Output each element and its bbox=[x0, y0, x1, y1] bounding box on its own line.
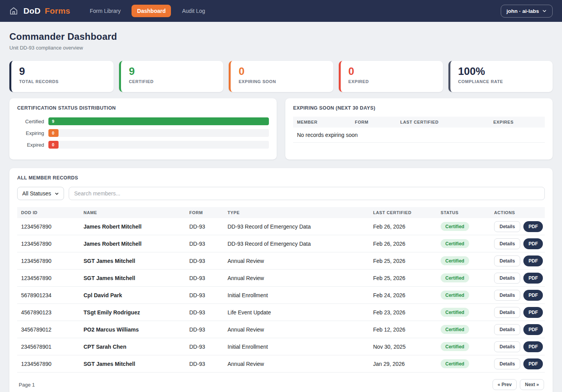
column-header-status: STATUS bbox=[437, 207, 490, 218]
stat-card-compliance-rate: 100% COMPLIANCE RATE bbox=[448, 61, 553, 92]
pdf-button[interactable]: PDF bbox=[523, 341, 543, 352]
stat-card-expired: 0 EXPIRED bbox=[339, 61, 443, 92]
form-cell: DD-93 bbox=[185, 305, 224, 319]
form-cell: DD-93 bbox=[185, 323, 224, 337]
actions-cell: DetailsPDF bbox=[490, 236, 547, 252]
details-button[interactable]: Details bbox=[494, 358, 520, 369]
bar-row-certified: Certified 9 bbox=[17, 117, 269, 125]
bar-fill: 0 bbox=[48, 129, 59, 137]
top-navbar: DoD Forms Form Library Dashboard Audit L… bbox=[0, 0, 562, 22]
type-cell: Annual Review bbox=[224, 254, 369, 268]
last-certified-cell: Feb 12, 2026 bbox=[369, 323, 437, 337]
pdf-button[interactable]: PDF bbox=[523, 307, 543, 318]
user-menu-label: john · ai-labs bbox=[507, 8, 539, 14]
nav-form-library[interactable]: Form Library bbox=[86, 5, 124, 17]
type-cell: Annual Review bbox=[224, 357, 369, 371]
details-button[interactable]: Details bbox=[494, 221, 520, 232]
distribution-bars: Certified 9 Expiring 0 Expired 0 bbox=[17, 117, 269, 149]
pdf-button[interactable]: PDF bbox=[523, 255, 543, 266]
bar-label: Certified bbox=[17, 119, 48, 124]
status-badge: Certified bbox=[441, 308, 469, 317]
stat-label: CERTIFIED bbox=[129, 79, 215, 84]
stat-value: 9 bbox=[129, 66, 215, 78]
certification-distribution-panel: CERTIFICATION STATUS DISTRIBUTION Certif… bbox=[9, 98, 277, 160]
status-cell: Certified bbox=[437, 338, 490, 355]
details-button[interactable]: Details bbox=[494, 273, 520, 284]
bar-row-expiring: Expiring 0 bbox=[17, 129, 269, 137]
status-filter-select[interactable]: All Statuses bbox=[17, 187, 64, 200]
form-cell: DD-93 bbox=[185, 288, 224, 302]
stat-value: 9 bbox=[19, 66, 106, 78]
name-cell: PO2 Marcus Williams bbox=[80, 323, 185, 337]
stat-value: 100% bbox=[458, 66, 545, 78]
name-cell: Cpl David Park bbox=[80, 288, 185, 302]
actions-cell: DetailsPDF bbox=[490, 321, 547, 338]
search-input[interactable] bbox=[69, 187, 545, 200]
pdf-button[interactable]: PDF bbox=[523, 358, 543, 369]
details-button[interactable]: Details bbox=[494, 290, 520, 301]
name-cell: SGT James Mitchell bbox=[80, 357, 185, 371]
last-certified-cell: Feb 25, 2026 bbox=[369, 254, 437, 268]
details-button[interactable]: Details bbox=[494, 341, 520, 352]
records-table-header: DOD ID NAME FORM TYPE LAST CERTIFIED STA… bbox=[17, 207, 545, 218]
pdf-button[interactable]: PDF bbox=[523, 324, 543, 335]
status-badge: Certified bbox=[441, 273, 469, 282]
actions-cell: DetailsPDF bbox=[490, 253, 547, 269]
actions-cell: DetailsPDF bbox=[490, 339, 547, 355]
bar-label: Expired bbox=[17, 142, 48, 148]
nav-dashboard[interactable]: Dashboard bbox=[132, 5, 171, 17]
nav-audit-log[interactable]: Audit Log bbox=[178, 5, 209, 17]
dod-id-cell: 1234567890 bbox=[17, 220, 80, 234]
records-title: ALL MEMBER RECORDS bbox=[17, 175, 545, 181]
details-button[interactable]: Details bbox=[494, 324, 520, 335]
column-header-dod-id: DOD ID bbox=[17, 207, 80, 218]
column-header-name: NAME bbox=[80, 207, 185, 218]
column-header-form: FORM bbox=[351, 117, 396, 128]
status-cell: Certified bbox=[437, 355, 490, 372]
actions-cell: DetailsPDF bbox=[490, 287, 547, 303]
brand-dod: DoD bbox=[23, 6, 41, 15]
stat-card-total-records: 9 TOTAL RECORDS bbox=[9, 61, 114, 92]
pdf-button[interactable]: PDF bbox=[523, 273, 543, 284]
last-certified-cell: Feb 26, 2026 bbox=[369, 237, 437, 251]
home-icon[interactable] bbox=[9, 7, 18, 15]
details-button[interactable]: Details bbox=[494, 255, 520, 266]
pdf-button[interactable]: PDF bbox=[523, 221, 543, 232]
type-cell: DD-93 Record of Emergency Data bbox=[224, 237, 369, 251]
details-button[interactable]: Details bbox=[494, 238, 520, 249]
actions-cell: DetailsPDF bbox=[490, 270, 547, 286]
pdf-button[interactable]: PDF bbox=[523, 238, 543, 249]
chevron-down-icon bbox=[542, 9, 547, 13]
next-page-button[interactable]: Next » bbox=[520, 379, 544, 390]
table-row: 1234567890SGT James MitchellDD-93Annual … bbox=[17, 252, 545, 270]
form-cell: DD-93 bbox=[185, 220, 224, 234]
column-header-form: FORM bbox=[185, 207, 224, 218]
dod-id-cell: 1234567890 bbox=[17, 357, 80, 371]
status-cell: Certified bbox=[437, 270, 490, 286]
table-row: 1234567890SGT James MitchellDD-93Annual … bbox=[17, 270, 545, 287]
type-cell: Initial Enrollment bbox=[224, 288, 369, 302]
actions-cell: DetailsPDF bbox=[490, 304, 547, 321]
dod-id-cell: 1234567890 bbox=[17, 254, 80, 268]
details-button[interactable]: Details bbox=[494, 307, 520, 318]
pdf-button[interactable]: PDF bbox=[523, 290, 543, 301]
bar-row-expired: Expired 0 bbox=[17, 141, 269, 149]
last-certified-cell: Jan 29, 2026 bbox=[369, 357, 437, 371]
form-cell: DD-93 bbox=[185, 237, 224, 251]
name-cell: CPT Sarah Chen bbox=[80, 340, 185, 354]
bar-count: 9 bbox=[52, 119, 54, 124]
user-menu-button[interactable]: john · ai-labs bbox=[501, 5, 553, 18]
records-table-body: 1234567890James Robert MitchellDD-93DD-9… bbox=[17, 218, 545, 372]
name-cell: SGT James Mitchell bbox=[80, 254, 185, 268]
brand-logo[interactable]: DoD Forms bbox=[23, 6, 70, 16]
stat-label: EXPIRING SOON bbox=[238, 79, 325, 84]
prev-page-button[interactable]: « Prev bbox=[493, 379, 517, 390]
name-cell: TSgt Emily Rodriguez bbox=[80, 305, 185, 319]
member-records-card: ALL MEMBER RECORDS All Statuses DOD ID N… bbox=[9, 168, 553, 392]
type-cell: Annual Review bbox=[224, 271, 369, 285]
status-badge: Certified bbox=[441, 325, 469, 334]
expiring-soon-panel-title: EXPIRING SOON (NEXT 30 DAYS) bbox=[293, 105, 545, 111]
table-row: 5678901234Cpl David ParkDD-93Initial Enr… bbox=[17, 287, 545, 304]
table-row: 1234567890SGT James MitchellDD-93Annual … bbox=[17, 355, 545, 372]
expiring-soon-panel: EXPIRING SOON (NEXT 30 DAYS) MEMBER FORM… bbox=[285, 98, 553, 160]
